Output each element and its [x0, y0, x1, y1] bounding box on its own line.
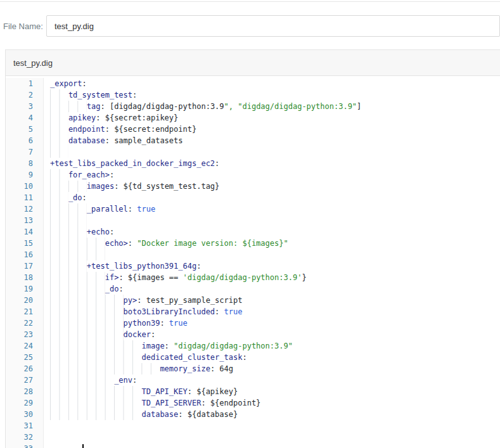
- code-line[interactable]: 11_do:: [6, 192, 500, 203]
- code-line[interactable]: 29TD_API_SERVER: ${endpoint}: [6, 397, 500, 409]
- indent-guides: [50, 317, 124, 329]
- line-number: 1: [6, 78, 44, 89]
- line-number: 23: [6, 329, 44, 340]
- code-token: +test_libs_packed_in_docker_imgs_ec2: [50, 159, 215, 168]
- code-token: : ${endpoint}: [201, 399, 260, 407]
- line-number: 11: [6, 192, 44, 203]
- panel-header: test_py.dig: [6, 50, 500, 76]
- code-line[interactable]: 20py>: test_py_sample_script: [6, 295, 500, 306]
- line-content: dedicated_cluster_task:: [44, 352, 500, 363]
- code-line[interactable]: 2td_system_test:: [6, 89, 500, 101]
- code-line[interactable]: 4apikey: ${secret:apikey}: [6, 112, 500, 124]
- code-line[interactable]: 33: [6, 443, 500, 448]
- text-caret: [82, 444, 84, 448]
- code-line[interactable]: 19_do:: [6, 283, 500, 295]
- code-line[interactable]: 21boto3LibraryIncluded: true: [6, 306, 500, 317]
- code-line[interactable]: 25dedicated_cluster_task:: [6, 352, 500, 363]
- code-token: docker: [124, 330, 151, 339]
- code-token: ]: [357, 102, 361, 111]
- code-token: +echo: [87, 227, 110, 236]
- indent-guides: [50, 124, 68, 135]
- code-line[interactable]: 6database: sample_datasets: [6, 135, 500, 146]
- code-token: true: [224, 307, 243, 316]
- file-name-input[interactable]: [46, 15, 500, 37]
- code-line[interactable]: 22python39: true: [6, 317, 500, 329]
- code-token: "Docker image version: ${images}": [137, 239, 288, 248]
- code-token: _parallel: [87, 205, 128, 214]
- code-token: ", "digdag/digdag-python:3.9": [224, 102, 357, 111]
- code-token: :: [242, 353, 247, 362]
- code-token: _do: [105, 285, 119, 293]
- code-line[interactable]: 8+test_libs_packed_in_docker_imgs_ec2:: [6, 158, 500, 169]
- code-token: true: [137, 205, 155, 214]
- code-token: : 64g: [210, 364, 233, 373]
- line-number: 22: [6, 317, 44, 329]
- code-lines: 1_export:2td_system_test:3tag: [digdag/d…: [6, 78, 500, 448]
- line-content: _env:: [44, 374, 500, 386]
- line-content: boto3LibraryIncluded: true: [44, 306, 500, 317]
- code-line[interactable]: 13: [6, 215, 500, 226]
- line-number: 32: [6, 432, 44, 443]
- line-content: database: ${database}: [44, 409, 500, 420]
- code-line[interactable]: 14+echo:: [6, 226, 500, 238]
- line-content: +test_libs_python391_64g:: [44, 260, 500, 272]
- code-line[interactable]: 9for_each>:: [6, 169, 500, 181]
- line-number: 26: [6, 363, 44, 374]
- line-number: 17: [6, 260, 44, 272]
- code-line[interactable]: 10images: ${td_system_test.tag}: [6, 181, 500, 192]
- indent-guides: [50, 146, 68, 158]
- code-token: py>: [124, 296, 138, 305]
- line-content: image: "digdag/digdag-python:3.9": [44, 340, 500, 352]
- line-number: 8: [6, 158, 44, 169]
- line-number: 13: [6, 215, 44, 226]
- indent-guides: [50, 249, 105, 260]
- code-line[interactable]: 28TD_API_KEY: ${apikey}: [6, 386, 500, 397]
- code-token: python39: [124, 319, 160, 328]
- code-token: :: [82, 79, 87, 88]
- indent-guides: [50, 306, 124, 317]
- code-line[interactable]: 27_env:: [6, 374, 500, 386]
- line-content: [44, 443, 500, 448]
- code-line[interactable]: 31: [6, 420, 500, 432]
- code-token: memory_size: [160, 364, 210, 373]
- line-content: for_each>:: [44, 169, 500, 181]
- code-token: database: [141, 410, 178, 419]
- line-content: [44, 432, 500, 443]
- code-token: : ${database}: [178, 410, 238, 419]
- line-number: 2: [6, 89, 44, 101]
- code-token: if>: [105, 273, 119, 282]
- line-content: _do:: [44, 283, 500, 295]
- line-number: 4: [6, 112, 44, 124]
- indent-guides: [50, 386, 141, 397]
- code-line[interactable]: 3tag: [digdag/digdag-python:3.9", "digda…: [6, 101, 500, 112]
- code-token: 'digdag/digdag-python:3.9': [183, 273, 302, 282]
- code-token: apikey: [68, 113, 96, 122]
- code-line[interactable]: 12_parallel: true: [6, 203, 500, 215]
- file-panel: test_py.dig 1_export:2td_system_test:3ta…: [5, 49, 500, 448]
- line-number: 19: [6, 283, 44, 295]
- code-editor[interactable]: 1_export:2td_system_test:3tag: [digdag/d…: [6, 76, 500, 448]
- line-number: 20: [6, 295, 44, 306]
- code-line[interactable]: 32: [6, 432, 500, 443]
- indent-guides: [50, 112, 68, 124]
- code-line[interactable]: 16: [6, 249, 500, 260]
- code-line[interactable]: 18if>: ${images == 'digdag/digdag-python…: [6, 272, 500, 283]
- indent-guides: [50, 295, 124, 306]
- code-line[interactable]: 1_export:: [6, 78, 500, 89]
- code-token: boto3LibraryIncluded: [124, 307, 215, 316]
- code-token: : ${images ==: [119, 273, 183, 282]
- code-token: : ${td_system_test.tag}: [114, 182, 219, 191]
- code-line[interactable]: 15echo>: "Docker image version: ${images…: [6, 238, 500, 249]
- code-line[interactable]: 17+test_libs_python391_64g:: [6, 260, 500, 272]
- line-number: 25: [6, 352, 44, 363]
- code-line[interactable]: 7: [6, 146, 500, 158]
- line-content: docker:: [44, 329, 500, 340]
- code-line[interactable]: 24image: "digdag/digdag-python:3.9": [6, 340, 500, 352]
- line-number: 28: [6, 386, 44, 397]
- code-line[interactable]: 30database: ${database}: [6, 409, 500, 420]
- indent-guides: [50, 101, 87, 112]
- code-line[interactable]: 23docker:: [6, 329, 500, 340]
- code-line[interactable]: 26memory_size: 64g: [6, 363, 500, 374]
- line-content: apikey: ${secret:apikey}: [44, 112, 500, 124]
- code-line[interactable]: 5endpoint: ${secret:endpoint}: [6, 124, 500, 135]
